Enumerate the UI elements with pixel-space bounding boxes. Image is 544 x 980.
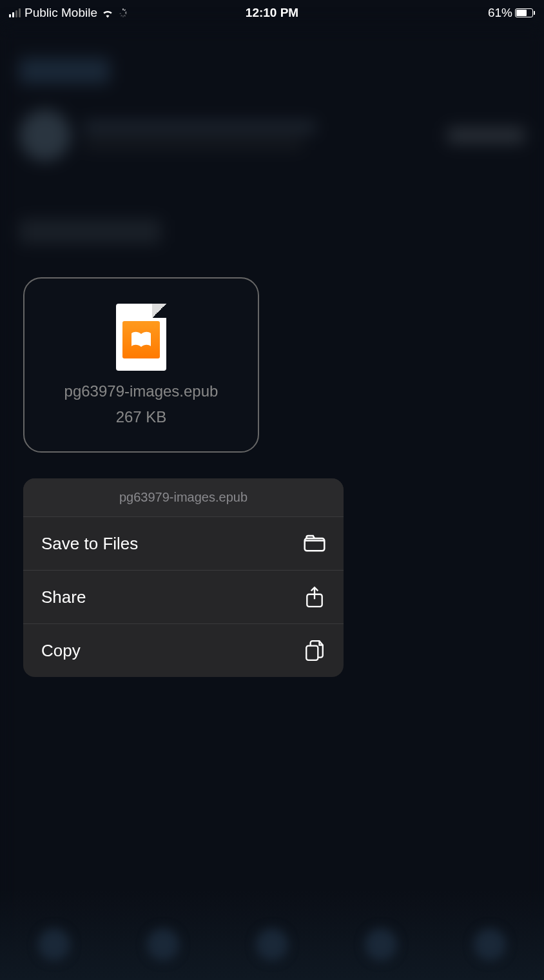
battery-percent: 61%	[488, 6, 512, 20]
menu-item-label: Copy	[41, 641, 81, 661]
svg-line-4	[124, 15, 125, 16]
context-menu: pg63979-images.epub Save to Files Share …	[23, 478, 344, 677]
attachment-file-size: 267 KB	[116, 408, 167, 426]
copy-icon	[304, 640, 325, 662]
svg-line-7	[120, 14, 121, 14]
status-bar: Public Mobile 12:10 PM 61%	[0, 0, 544, 26]
menu-item-copy[interactable]: Copy	[23, 624, 344, 677]
context-menu-header: pg63979-images.epub	[23, 478, 344, 517]
svg-line-6	[121, 15, 122, 16]
carrier-label: Public Mobile	[24, 6, 97, 20]
share-icon	[304, 586, 325, 608]
svg-line-3	[125, 14, 126, 14]
svg-rect-10	[306, 646, 318, 660]
blurred-tab-bar	[0, 890, 544, 980]
book-icon	[130, 331, 152, 348]
battery-icon	[515, 8, 535, 17]
attachment-file-name: pg63979-images.epub	[64, 382, 219, 400]
menu-item-label: Share	[41, 587, 86, 607]
cellular-signal-icon	[9, 8, 21, 17]
epub-file-icon	[116, 304, 166, 371]
menu-item-save-to-files[interactable]: Save to Files	[23, 517, 344, 571]
menu-item-label: Save to Files	[41, 534, 138, 554]
wifi-icon	[101, 8, 114, 18]
attachment-preview-card[interactable]: pg63979-images.epub 267 KB	[23, 277, 259, 453]
status-right: 61%	[488, 6, 535, 20]
loading-spinner-icon	[118, 8, 128, 18]
status-left: Public Mobile	[9, 6, 128, 20]
folder-icon	[304, 533, 325, 554]
svg-line-2	[125, 12, 126, 13]
menu-item-share[interactable]: Share	[23, 571, 344, 624]
svg-line-1	[124, 10, 125, 11]
status-time: 12:10 PM	[246, 6, 298, 20]
